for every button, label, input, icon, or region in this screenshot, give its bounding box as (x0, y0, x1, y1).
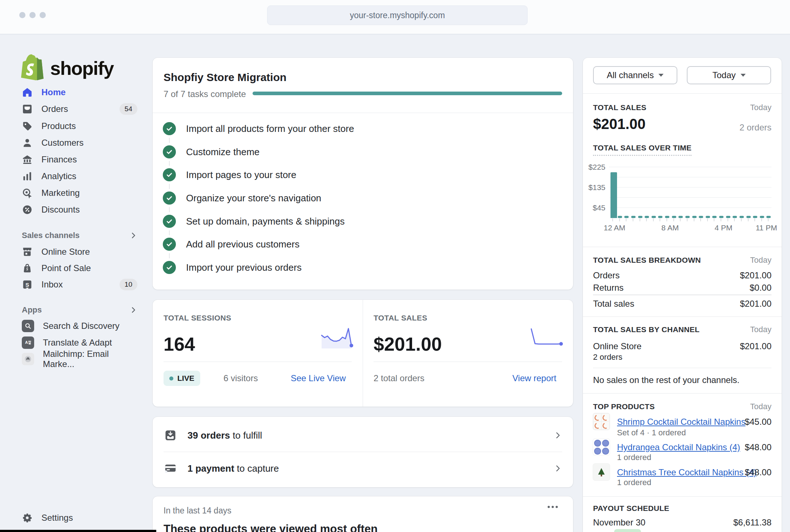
task-row[interactable]: Import all products form your other stor… (163, 121, 354, 136)
address-bar-url: your-store.myshopify.com (350, 11, 445, 20)
view-report-link[interactable]: View report (512, 373, 556, 383)
todo-rest: to fulfill (230, 430, 262, 441)
inbox-count-badge: 10 (120, 279, 137, 290)
panel-period: Today (750, 255, 771, 265)
chevron-right-icon (129, 231, 137, 239)
section-label: Apps (22, 305, 42, 315)
sidebar-item-orders[interactable]: Orders 54 (22, 101, 137, 117)
sidebar-item-products[interactable]: Products (22, 118, 137, 134)
task-row[interactable]: Add all previous customers (163, 237, 299, 251)
sidebar-item-finances[interactable]: Finances (22, 151, 137, 168)
date-filter-label: Today (712, 70, 735, 80)
sidebar-item-settings[interactable]: Settings (22, 509, 137, 526)
mailchimp-app-icon (22, 353, 34, 365)
sidebar-section-sales-channels[interactable]: Sales channels (22, 227, 137, 243)
insights-period: In the last 14 days (164, 506, 231, 516)
caret-down-icon (741, 74, 746, 77)
chevron-right-icon (129, 306, 137, 314)
product-price: $45.00 (745, 417, 771, 427)
sidebar-item-label: Marketing (41, 188, 80, 198)
sidebar-section-apps[interactable]: Apps (22, 302, 137, 318)
see-live-view-link[interactable]: See Live View (291, 373, 346, 383)
sidebar-item-search-discovery[interactable]: Search & Discovery (22, 318, 137, 334)
sidebar-item-point-of-sale[interactable]: Point of Sale (22, 260, 137, 277)
panel-total-sales-label: TOTAL SALES (593, 103, 646, 112)
kebab-menu-icon[interactable] (548, 506, 558, 508)
x-axis-tick: 8 AM (661, 223, 679, 232)
divider (363, 300, 363, 407)
sidebar-item-mailchimp[interactable]: Mailchimp: Email Marke... (22, 351, 137, 367)
visitors-count: 6 visitors (223, 373, 258, 383)
check-circle-icon (163, 192, 176, 205)
sidebar-item-home[interactable]: Home (22, 84, 137, 101)
divider (593, 368, 771, 368)
total-sessions-label: TOTAL SESSIONS (164, 314, 231, 322)
gear-icon (22, 512, 33, 523)
svg-text:A: A (25, 340, 28, 344)
sidebar-item-label: Orders (41, 104, 68, 114)
date-filter-button[interactable]: Today (687, 66, 771, 84)
task-row[interactable]: Import your previous orders (163, 260, 302, 275)
product-sub: 1 ordered (617, 478, 651, 487)
shopify-logo[interactable]: shopify (21, 54, 113, 83)
task-label: Import all products form your other stor… (186, 123, 354, 134)
channel-filter-label: All channels (607, 70, 654, 80)
top-products-label: TOP PRODUCTS (593, 402, 655, 411)
y-axis-tick: $135 (583, 183, 605, 192)
caret-down-icon (658, 74, 664, 77)
total-orders-count: 2 total orders (374, 373, 424, 383)
y-axis-tick: $45 (583, 203, 605, 212)
migration-title: Shopfiy Store Migration (164, 71, 286, 84)
task-label: Customize theme (186, 146, 259, 158)
sidebar-item-discounts[interactable]: Discounts (22, 201, 137, 218)
task-row[interactable]: Customize theme (163, 145, 259, 159)
window-control-icon[interactable] (19, 12, 25, 18)
product-link[interactable]: Christmas Tree Cocktail Napkins (4) (617, 467, 757, 477)
browser-chrome: your-store.myshopify.com (0, 0, 790, 35)
sidebar-item-online-store[interactable]: Online Store (22, 243, 137, 260)
panel-total-sales-value: $201.00 (593, 116, 646, 132)
window-control-icon[interactable] (29, 12, 36, 18)
sidebar-item-label: Point of Sale (41, 263, 91, 273)
payout-date: November 30 (593, 517, 645, 528)
sidebar-item-customers[interactable]: Customers (22, 134, 137, 151)
sessions-sparkline (322, 326, 351, 348)
sidebar-item-analytics[interactable]: Analytics (22, 168, 137, 185)
breakdown-row-label: Returns (593, 283, 624, 293)
sidebar-item-label: Search & Discovery (43, 321, 120, 331)
payment-capture-icon (164, 462, 177, 475)
address-bar[interactable]: your-store.myshopify.com (267, 5, 528, 25)
breakdown-total-label: Total sales (593, 299, 634, 309)
window-control-icon[interactable] (40, 12, 46, 18)
task-row[interactable]: Organize your store's navigation (163, 191, 321, 205)
sidebar-item-label: Online Store (41, 247, 90, 257)
product-sub: Set of 4 · 1 ordered (617, 428, 686, 438)
todo-count: 1 payment (188, 463, 234, 474)
finances-bank-icon (22, 154, 33, 165)
payments-to-capture-row[interactable]: 1 payment to capture (164, 459, 562, 478)
task-row[interactable]: Set up domain, payments & shippings (163, 214, 344, 229)
orders-to-fulfill-row[interactable]: 39 orders to fulfill (164, 426, 562, 445)
insights-card: In the last 14 days These products were … (153, 496, 573, 532)
check-circle-icon (163, 168, 176, 181)
divider (374, 362, 562, 362)
section-separator (583, 393, 782, 394)
sidebar-item-label: Mailchimp: Email Marke... (43, 349, 137, 369)
channel-filter-button[interactable]: All channels (593, 66, 677, 84)
product-sub: 1 ordered (617, 453, 651, 462)
sidebar-item-marketing[interactable]: Marketing (22, 185, 137, 201)
task-row[interactable]: Import pages to your store (163, 168, 296, 182)
sidebar-item-inbox[interactable]: S Inbox 10 (22, 276, 137, 293)
x-axis-tick: 4 PM (714, 223, 732, 232)
task-label: Set up domain, payments & shippings (186, 216, 344, 227)
home-icon (22, 87, 33, 98)
channel-name: Online Store (593, 341, 641, 351)
product-link[interactable]: Shrimp Cocktail Cocktail Napkins (617, 417, 745, 427)
shopify-bag-icon (21, 54, 45, 83)
sales-sparkline (531, 326, 561, 348)
sales-over-time-ticks (609, 218, 771, 222)
product-thumbnail-christmas-tree (593, 464, 610, 480)
product-link[interactable]: Hydrangea Cocktail Napkins (4) (617, 442, 740, 452)
orders-icon (22, 104, 33, 114)
sales-over-time-plot (609, 167, 771, 218)
